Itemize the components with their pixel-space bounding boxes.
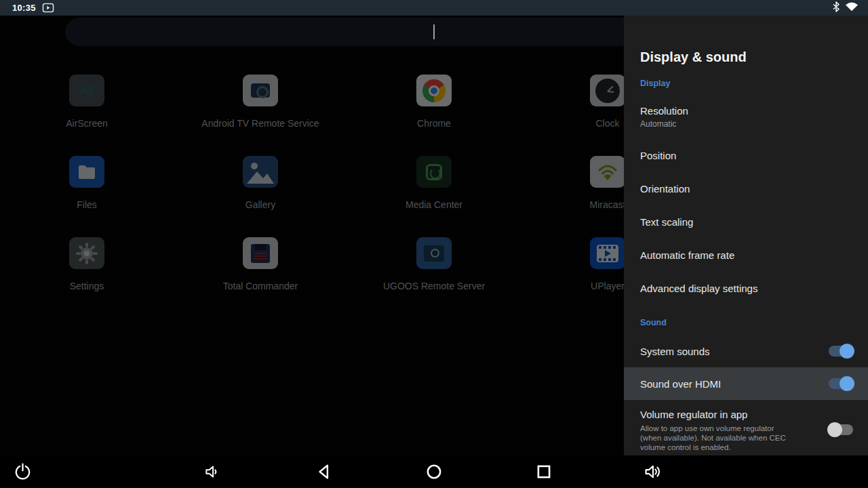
section-label-display: Display [640,78,852,89]
app-label: Files [77,199,97,210]
media-box-icon [42,3,54,13]
app-label: Android TV Remote Service [201,118,319,129]
resolution-value: Automatic [640,119,676,129]
app-media-center[interactable]: Media Center [347,156,521,210]
app-gallery[interactable]: Gallery [174,156,347,210]
setting-text-scaling[interactable]: Text scaling [624,205,868,239]
android-tv-screen: 10:35 AS [0,0,868,488]
app-label: UPlayer [591,281,625,291]
wifi-icon [845,1,859,14]
app-total-commander[interactable]: Total Commander [174,237,347,291]
power-button[interactable] [12,462,33,482]
volume-regulator-toggle[interactable] [827,422,854,437]
home-button[interactable] [424,462,444,482]
airscreen-app-icon: AS [69,75,104,106]
app-label: Settings [70,281,104,291]
clock-time: 10:35 [12,3,36,13]
setting-auto-frame-rate[interactable]: Automatic frame rate [624,239,868,272]
sound-over-hdmi-toggle[interactable] [827,376,854,391]
app-settings[interactable]: Settings [0,237,174,291]
setting-position[interactable]: Position [624,139,868,172]
setting-volume-regulator[interactable]: Volume regulator in app Allow to app use… [624,400,868,455]
setting-advanced-display[interactable]: Advanced display settings [624,272,868,305]
app-label: Miracast [590,199,626,210]
bluetooth-icon [832,1,840,15]
remote-app-icon [243,75,278,106]
status-bar: 10:35 [0,0,868,16]
app-label: Chrome [417,118,451,129]
panel-title: Display & sound [640,49,852,64]
gallery-app-icon [243,156,278,188]
clock-app-icon [590,75,625,106]
volume-up-button[interactable] [643,462,663,482]
navigation-bar [0,455,868,488]
setting-resolution[interactable]: Resolution Automatic [624,94,868,139]
total-commander-app-icon [243,237,278,269]
app-label: UGOOS Remote Server [383,281,485,291]
setting-sound-over-hdmi[interactable]: Sound over HDMI [624,367,868,400]
back-button[interactable] [314,462,334,482]
uplayer-app-icon [590,237,625,269]
app-chrome[interactable]: Chrome [347,75,521,129]
app-label: Total Commander [223,281,298,291]
setting-system-sounds[interactable]: System sounds [624,335,868,367]
media-center-app-icon [416,156,452,188]
app-ugoos-remote-server[interactable]: UGOOS Remote Server [347,237,521,291]
app-label: Gallery [245,199,275,210]
miracast-app-icon [590,156,625,188]
ugoos-remote-app-icon [416,237,452,269]
app-label: Clock [595,118,619,129]
system-sounds-toggle[interactable] [827,344,854,359]
settings-app-icon [69,237,104,269]
chrome-app-icon [416,75,452,106]
app-label: AirScreen [66,118,107,129]
section-label-sound: Sound [640,317,852,328]
volume-regulator-description: Allow to app use own volume regulator (w… [640,424,797,452]
app-atv-remote-service[interactable]: Android TV Remote Service [174,75,347,129]
airscreen-logo-text: AS [79,84,94,98]
app-files[interactable]: Files [0,156,174,210]
files-app-icon [69,156,104,188]
volume-down-button[interactable] [202,462,222,482]
app-label: Media Center [406,199,462,210]
display-sound-panel: Display & sound Display Resolution Autom… [624,16,868,455]
recents-button[interactable] [534,462,554,482]
app-airscreen[interactable]: AS AirScreen [0,75,174,129]
setting-orientation[interactable]: Orientation [624,172,868,205]
